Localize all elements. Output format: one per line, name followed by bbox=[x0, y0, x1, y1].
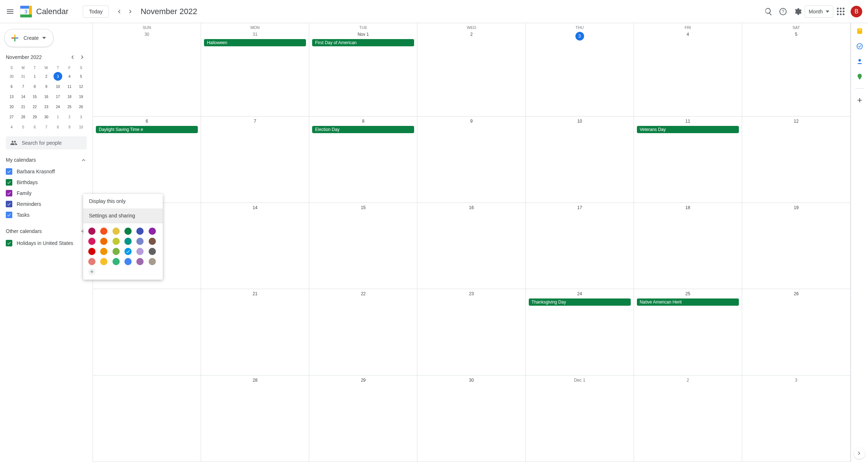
mini-prev-button[interactable] bbox=[68, 53, 77, 62]
grid-cell[interactable]: 16 bbox=[417, 203, 526, 289]
grid-cell[interactable]: 2 bbox=[417, 30, 526, 116]
calendar-checkbox[interactable] bbox=[6, 201, 12, 207]
color-swatch[interactable] bbox=[149, 258, 156, 265]
mini-day[interactable]: 29 bbox=[30, 113, 39, 121]
color-swatch[interactable] bbox=[88, 258, 95, 265]
grid-day-number[interactable]: 4 bbox=[635, 30, 740, 38]
calendar-list-item[interactable]: Tasks bbox=[6, 209, 87, 220]
color-swatch[interactable] bbox=[124, 258, 132, 265]
grid-cell[interactable]: 27 bbox=[93, 376, 201, 462]
color-swatch[interactable] bbox=[100, 228, 107, 235]
color-swatch[interactable] bbox=[100, 258, 107, 265]
get-addons-button[interactable] bbox=[856, 97, 863, 104]
grid-cell[interactable]: 23 bbox=[417, 289, 526, 375]
color-swatch[interactable] bbox=[112, 248, 120, 255]
grid-day-number[interactable]: 29 bbox=[311, 376, 416, 384]
grid-day-number[interactable]: 22 bbox=[311, 290, 416, 298]
grid-day-number[interactable]: 18 bbox=[635, 204, 740, 212]
color-swatch[interactable] bbox=[112, 258, 120, 265]
grid-day-number[interactable]: 26 bbox=[744, 290, 849, 298]
mini-day[interactable]: 6 bbox=[7, 82, 16, 91]
grid-cell[interactable]: Nov 1First Day of American bbox=[309, 30, 417, 116]
grid-day-number[interactable]: 16 bbox=[419, 204, 524, 212]
grid-cell[interactable]: 18 bbox=[634, 203, 742, 289]
google-apps-button[interactable] bbox=[833, 4, 848, 19]
event-chip[interactable]: Election Day bbox=[312, 126, 414, 133]
grid-cell[interactable]: 30 bbox=[93, 30, 201, 116]
calendar-checkbox[interactable] bbox=[6, 168, 12, 175]
mini-day[interactable]: 12 bbox=[77, 82, 85, 91]
grid-cell[interactable]: Dec 1 bbox=[526, 376, 634, 462]
mini-day[interactable]: 19 bbox=[77, 92, 85, 101]
grid-day-number[interactable]: 7 bbox=[203, 117, 307, 125]
grid-cell[interactable]: 10 bbox=[526, 116, 634, 203]
mini-day[interactable]: 21 bbox=[19, 102, 27, 111]
grid-cell[interactable]: 22 bbox=[309, 289, 417, 375]
color-swatch[interactable] bbox=[88, 248, 95, 255]
event-chip[interactable]: Veterans Day bbox=[637, 126, 739, 133]
calendar-list-item[interactable]: Barbara Krasnoff bbox=[6, 166, 87, 177]
mini-day[interactable]: 7 bbox=[42, 123, 51, 131]
calendar-list-item[interactable]: Reminders bbox=[6, 199, 87, 209]
tasks-icon[interactable] bbox=[856, 43, 863, 50]
color-swatch[interactable] bbox=[100, 238, 107, 245]
grid-cell[interactable]: 29 bbox=[309, 376, 417, 462]
grid-cell[interactable]: 14 bbox=[201, 203, 309, 289]
mini-day[interactable]: 8 bbox=[30, 82, 39, 91]
grid-cell[interactable]: 9 bbox=[417, 116, 526, 203]
view-selector[interactable]: Month bbox=[805, 5, 833, 18]
color-swatch[interactable] bbox=[88, 238, 95, 245]
contacts-icon[interactable] bbox=[856, 58, 863, 65]
account-avatar[interactable]: B bbox=[851, 6, 862, 17]
mini-day[interactable]: 26 bbox=[77, 102, 85, 111]
grid-cell[interactable]: 7 bbox=[201, 116, 309, 203]
color-swatch[interactable] bbox=[100, 248, 107, 255]
mini-day[interactable]: 3 bbox=[77, 113, 85, 121]
grid-day-number[interactable]: 2 bbox=[419, 30, 524, 38]
mini-day[interactable]: 6 bbox=[30, 123, 39, 131]
mini-day[interactable]: 5 bbox=[77, 72, 85, 81]
settings-button[interactable] bbox=[790, 4, 805, 19]
grid-cell[interactable]: 5 bbox=[742, 30, 850, 116]
display-only-option[interactable]: Display this only bbox=[83, 194, 163, 208]
mini-day[interactable]: 5 bbox=[19, 123, 27, 131]
color-swatch[interactable] bbox=[149, 238, 156, 245]
mini-day[interactable]: 13 bbox=[7, 92, 16, 101]
calendar-checkbox[interactable] bbox=[6, 179, 12, 186]
mini-day[interactable]: 1 bbox=[54, 113, 62, 121]
event-chip[interactable]: Native American Herit bbox=[637, 298, 739, 306]
color-swatch[interactable] bbox=[136, 248, 144, 255]
color-swatch[interactable] bbox=[88, 228, 95, 235]
grid-cell[interactable]: 26 bbox=[742, 289, 850, 375]
grid-day-number[interactable]: 11 bbox=[635, 117, 740, 125]
color-swatch[interactable] bbox=[136, 228, 144, 235]
grid-cell[interactable]: 21 bbox=[201, 289, 309, 375]
mini-day[interactable]: 4 bbox=[7, 123, 16, 131]
next-period-button[interactable] bbox=[125, 6, 136, 17]
grid-cell[interactable]: 19 bbox=[742, 203, 850, 289]
grid-day-number[interactable]: 10 bbox=[527, 117, 632, 125]
color-swatch[interactable] bbox=[124, 228, 132, 235]
search-people-input[interactable]: Search for people bbox=[6, 136, 87, 149]
grid-day-number[interactable]: 12 bbox=[744, 117, 849, 125]
color-swatch[interactable] bbox=[149, 228, 156, 235]
my-calendars-toggle[interactable]: My calendars bbox=[6, 157, 87, 163]
grid-day-number[interactable]: 31 bbox=[203, 30, 307, 38]
mini-day[interactable]: 1 bbox=[30, 72, 39, 81]
calendar-list-item[interactable]: Holidays in United States bbox=[6, 238, 87, 249]
today-button[interactable]: Today bbox=[83, 5, 109, 18]
event-chip[interactable]: Thanksgiving Day bbox=[529, 298, 631, 306]
mini-day[interactable]: 18 bbox=[65, 92, 74, 101]
grid-cell[interactable]: 30 bbox=[417, 376, 526, 462]
mini-day[interactable]: 10 bbox=[77, 123, 85, 131]
grid-cell[interactable]: 24Thanksgiving Day bbox=[526, 289, 634, 375]
grid-cell[interactable]: 15 bbox=[309, 203, 417, 289]
mini-day[interactable]: 30 bbox=[7, 72, 16, 81]
grid-day-number[interactable]: 24 bbox=[527, 290, 632, 298]
grid-cell[interactable]: 2 bbox=[634, 376, 742, 462]
mini-day[interactable]: 2 bbox=[42, 72, 51, 81]
maps-icon[interactable] bbox=[856, 73, 863, 80]
grid-day-number[interactable]: 8 bbox=[311, 117, 416, 125]
grid-day-number[interactable]: 3 bbox=[744, 376, 849, 384]
grid-day-number[interactable]: Nov 1 bbox=[311, 30, 416, 38]
